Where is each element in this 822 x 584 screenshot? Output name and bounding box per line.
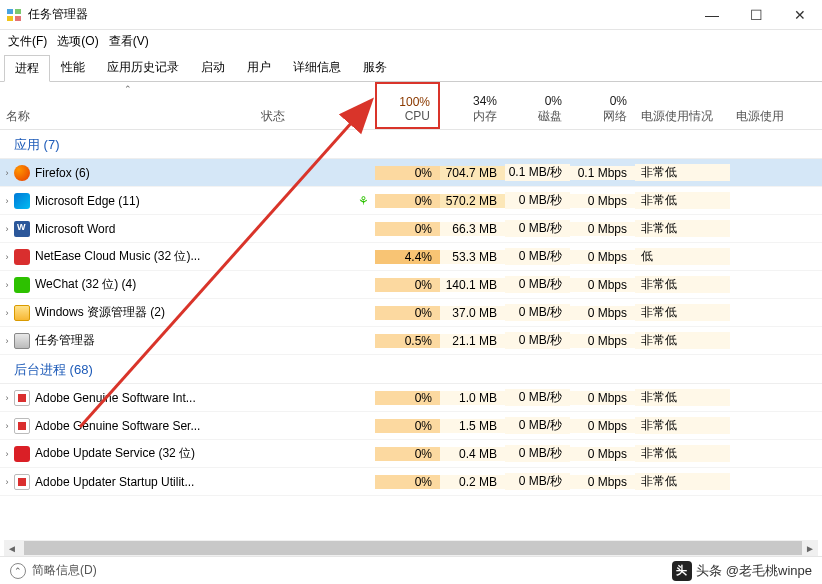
horizontal-scrollbar[interactable]: ◄ ► [4,540,818,556]
header-power-usage[interactable]: 电源使用情况 [635,82,730,129]
expand-icon[interactable]: › [0,252,14,262]
cpu-cell: 0% [375,419,440,433]
cpu-cell: 0% [375,306,440,320]
adobered-icon [14,446,30,462]
window-controls: — ☐ ✕ [690,0,822,30]
table-row[interactable]: ›NetEase Cloud Music (32 位)...4.4%53.3 M… [0,243,822,271]
expand-icon[interactable]: › [0,196,14,206]
menubar: 文件(F) 选项(O) 查看(V) [0,30,822,52]
memory-cell: 53.3 MB [440,250,505,264]
svg-rect-0 [7,9,13,14]
process-name: Adobe Genuine Software Int... [35,391,196,405]
process-name: NetEase Cloud Music (32 位)... [35,248,200,265]
expand-icon[interactable]: › [0,336,14,346]
table-row[interactable]: ›Adobe Update Service (32 位)0%0.4 MB0 MB… [0,440,822,468]
header-memory[interactable]: 34% 内存 [440,82,505,129]
process-name: 任务管理器 [35,332,95,349]
table-row[interactable]: ›Adobe Genuine Software Ser...0%1.5 MB0 … [0,412,822,440]
scroll-thumb[interactable] [24,541,802,555]
tab-performance[interactable]: 性能 [50,54,96,81]
close-button[interactable]: ✕ [778,0,822,30]
process-name: WeChat (32 位) (4) [35,276,136,293]
disk-cell: 0 MB/秒 [505,417,570,434]
power-cell: 非常低 [635,473,730,490]
process-name-cell: 任务管理器 [14,332,255,349]
network-cell: 0 Mbps [570,222,635,236]
table-row[interactable]: ›任务管理器0.5%21.1 MB0 MB/秒0 Mbps非常低 [0,327,822,355]
header-disk[interactable]: 0% 磁盘 [505,82,570,129]
menu-view[interactable]: 查看(V) [109,33,149,50]
process-name-cell: Adobe Updater Startup Utilit... [14,474,255,490]
table-row[interactable]: ›Microsoft Edge (11)⚘0%570.2 MB0 MB/秒0 M… [0,187,822,215]
status-cell: ⚘ [255,194,375,208]
expand-icon[interactable]: › [0,449,14,459]
disk-cell: 0 MB/秒 [505,332,570,349]
network-cell: 0 Mbps [570,194,635,208]
app-icon [6,7,22,23]
explorer-icon [14,305,30,321]
tab-startup[interactable]: 启动 [190,54,236,81]
disk-cell: 0 MB/秒 [505,276,570,293]
menu-options[interactable]: 选项(O) [57,33,98,50]
minimize-button[interactable]: — [690,0,734,30]
scroll-right-icon[interactable]: ► [802,543,818,554]
tab-users[interactable]: 用户 [236,54,282,81]
process-name: Microsoft Word [35,222,115,236]
process-name-cell: Adobe Genuine Software Int... [14,390,255,406]
power-cell: 低 [635,248,730,265]
expand-icon[interactable]: › [0,168,14,178]
cpu-cell: 0% [375,194,440,208]
table-row[interactable]: ›WeChat (32 位) (4)0%140.1 MB0 MB/秒0 Mbps… [0,271,822,299]
process-name: Microsoft Edge (11) [35,194,140,208]
cpu-cell: 0% [375,447,440,461]
netease-icon [14,249,30,265]
disk-cell: 0 MB/秒 [505,389,570,406]
header-name[interactable]: ⌃ 名称 [0,82,255,129]
scroll-left-icon[interactable]: ◄ [4,543,20,554]
table-row[interactable]: ›Microsoft Word0%66.3 MB0 MB/秒0 Mbps非常低 [0,215,822,243]
power-cell: 非常低 [635,276,730,293]
chevron-up-icon: ⌃ [10,563,26,579]
expand-icon[interactable]: › [0,224,14,234]
table-row[interactable]: ›Adobe Genuine Software Int...0%1.0 MB0 … [0,384,822,412]
tab-app-history[interactable]: 应用历史记录 [96,54,190,81]
word-icon [14,221,30,237]
network-cell: 0 Mbps [570,306,635,320]
memory-cell: 0.4 MB [440,447,505,461]
tab-processes[interactable]: 进程 [4,55,50,82]
header-power-usage-trend[interactable]: 电源使用 [730,82,810,129]
power-cell: 非常低 [635,417,730,434]
tab-services[interactable]: 服务 [352,54,398,81]
power-cell: 非常低 [635,389,730,406]
menu-file[interactable]: 文件(F) [8,33,47,50]
fewer-details-button[interactable]: ⌃ 简略信息(D) [10,562,97,579]
maximize-button[interactable]: ☐ [734,0,778,30]
table-row[interactable]: ›Adobe Updater Startup Utilit...0%0.2 MB… [0,468,822,496]
cpu-cell: 0% [375,475,440,489]
network-cell: 0 Mbps [570,475,635,489]
group-background: 后台进程 (68) [0,355,822,384]
network-cell: 0 Mbps [570,391,635,405]
expand-icon[interactable]: › [0,393,14,403]
group-apps: 应用 (7) [0,130,822,159]
expand-icon[interactable]: › [0,308,14,318]
power-cell: 非常低 [635,192,730,209]
network-cell: 0 Mbps [570,334,635,348]
toutiao-icon: 头 [672,561,692,581]
table-row[interactable]: ›Firefox (6)0%704.7 MB0.1 MB/秒0.1 Mbps非常… [0,159,822,187]
header-network[interactable]: 0% 网络 [570,82,635,129]
expand-icon[interactable]: › [0,477,14,487]
tab-details[interactable]: 详细信息 [282,54,352,81]
memory-cell: 21.1 MB [440,334,505,348]
header-status[interactable]: 状态 [255,82,375,129]
disk-cell: 0 MB/秒 [505,445,570,462]
table-row[interactable]: ›Windows 资源管理器 (2)0%37.0 MB0 MB/秒0 Mbps非… [0,299,822,327]
expand-icon[interactable]: › [0,280,14,290]
disk-cell: 0 MB/秒 [505,248,570,265]
network-cell: 0 Mbps [570,250,635,264]
expand-icon[interactable]: › [0,421,14,431]
taskmgr-icon [14,333,30,349]
power-cell: 非常低 [635,220,730,237]
header-cpu[interactable]: 100% CPU [375,82,440,129]
power-cell: 非常低 [635,304,730,321]
